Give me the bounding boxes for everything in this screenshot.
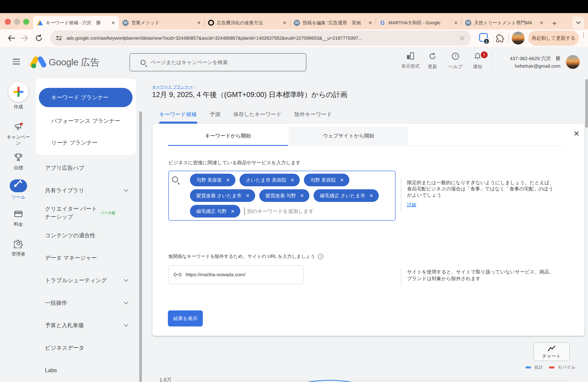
header-avatar[interactable] xyxy=(566,55,580,69)
address-bar[interactable]: ads.google.com/aw/keywordplanner/ideas/n… xyxy=(50,31,471,46)
chip-remove-icon[interactable]: ✕ xyxy=(246,193,250,198)
tab-close-icon[interactable]: ✕ xyxy=(197,20,201,25)
keyword-chip[interactable]: 与野 美容室✕ xyxy=(190,174,235,186)
browser-tab[interactable]: キーワード候補 - 穴沢 勝 ✕ xyxy=(33,16,119,29)
keywords-input[interactable]: 与野 美容室✕ さいたま市 美容院✕ 与野 美容院✕ 髪質改善 さいたま市✕ 髪… xyxy=(168,171,396,221)
chip-remove-icon[interactable]: ✕ xyxy=(290,177,294,183)
tab-close-icon[interactable]: ✕ xyxy=(454,20,458,25)
rail-item-tools[interactable]: ツール xyxy=(0,177,37,200)
tab-close-icon[interactable]: ✕ xyxy=(540,20,544,25)
keyword-chip[interactable]: 縮毛矯正 与野✕ xyxy=(190,205,240,217)
rail-item-campaigns[interactable]: キャンペーン xyxy=(0,121,37,146)
search-icon xyxy=(172,176,178,182)
show-results-button[interactable]: 結果を表示 xyxy=(168,310,203,326)
zoom-window-button[interactable] xyxy=(23,19,29,25)
chart-gridline xyxy=(176,380,569,381)
nav-item-label: Labs xyxy=(45,366,57,374)
keyword-chip[interactable]: 縮毛矯正 さいたま市✕ xyxy=(314,189,379,202)
browser-tab[interactable]: 広告費消化の改善方法 ✕ xyxy=(204,16,290,29)
nav-performance-planner[interactable]: パフォーマンス プランナー xyxy=(51,117,136,125)
nav-item[interactable]: 共有ライブラリ xyxy=(36,179,136,201)
keyword-chip[interactable]: 与野 美容院✕ xyxy=(304,174,349,186)
google-ads-wordmark: Google 広告 xyxy=(49,56,100,69)
browser-profile-avatar[interactable] xyxy=(512,32,525,44)
close-window-button[interactable] xyxy=(5,19,11,25)
refresh-button[interactable]: 更新 xyxy=(420,52,445,70)
browser-tab[interactable]: 営業メソッド ✕ xyxy=(119,16,204,29)
url-hint: サイトを使用すると、サイトで取り扱っていないサービス、商品、ブランドは対象から除… xyxy=(407,268,554,282)
keyword-chip[interactable]: 髪質改善 さいたま市✕ xyxy=(190,189,255,202)
chart-toggle-button[interactable]: チャート xyxy=(533,342,570,361)
rail-item-create[interactable]: 作成 xyxy=(0,82,37,110)
nav-item[interactable]: 予算と入札単価 xyxy=(36,314,136,336)
tab-close-icon[interactable]: ✕ xyxy=(283,20,286,25)
create-button[interactable] xyxy=(8,82,28,102)
nav-keyword-planner[interactable]: キーワード プランナー xyxy=(39,88,132,107)
tab-separator xyxy=(290,19,290,26)
new-tab-button[interactable]: + xyxy=(552,19,557,27)
nav-item[interactable]: トラブルシューティング xyxy=(36,269,136,291)
nav-item[interactable]: 一括操作 xyxy=(36,291,136,314)
relaunch-update-button[interactable]: 再起動して更新する xyxy=(528,31,579,46)
tab-search-chevron[interactable] xyxy=(572,17,584,29)
active-tab-indicator xyxy=(159,122,197,124)
panel-tab-keywords[interactable]: キーワードから開始 xyxy=(168,127,288,145)
nav-item[interactable]: アプリ広告ハブ xyxy=(36,156,136,179)
bookmark-star-icon[interactable]: ☆ xyxy=(459,34,465,42)
chip-remove-icon[interactable]: ✕ xyxy=(226,177,230,183)
main-tab[interactable]: 予測 xyxy=(210,111,220,118)
chip-remove-icon[interactable]: ✕ xyxy=(300,193,304,198)
extensions-icon[interactable] xyxy=(496,34,504,43)
nav-scrollbar[interactable] xyxy=(139,111,142,382)
back-icon[interactable] xyxy=(7,35,15,41)
rail-label: 目標 xyxy=(0,165,37,171)
main-tab[interactable]: キーワード候補 xyxy=(159,111,197,118)
detail-link[interactable]: 詳細 xyxy=(407,202,416,207)
chart-legend: 合計 モバイル xyxy=(525,364,576,370)
nav-item[interactable]: クリエイター パートナーシップ ベータ版 xyxy=(36,201,136,224)
header-search-box[interactable]: ページまたはキャンペーンを検索 xyxy=(129,53,306,71)
legend-mobile-dash xyxy=(549,366,554,368)
rail-item-goals[interactable]: 目標 xyxy=(0,152,37,171)
nav-item[interactable]: データ マネージャー xyxy=(36,247,136,269)
nav-item[interactable]: コンテンツの適合性 xyxy=(36,224,136,247)
keyword-chip[interactable]: さいたま市 美容院✕ xyxy=(240,174,300,186)
chip-remove-icon[interactable]: ✕ xyxy=(340,177,344,183)
rail-item-billing[interactable]: 料金 xyxy=(0,208,37,227)
help-circle-icon[interactable]: ? xyxy=(318,254,323,259)
main-scrollbar[interactable] xyxy=(585,79,588,128)
tab-close-icon[interactable]: ✕ xyxy=(368,20,372,25)
browser-tab[interactable]: 投稿を編集 “広告運用 実例 ✕ xyxy=(290,16,376,29)
breadcrumb-link[interactable]: キーワード プランナー xyxy=(152,85,193,89)
browser-tab[interactable]: MARTHA大和田 - Google ✕ xyxy=(376,16,462,29)
chart-line-icon xyxy=(547,345,556,352)
keyword-chip[interactable]: 髪質改善 与野✕ xyxy=(259,189,310,202)
account-info[interactable]: 437-382-6629 穴沢 勝 hehehair@gmail.com xyxy=(496,55,560,70)
add-keyword-placeholder[interactable]: 別のキーワードを追加します xyxy=(244,205,314,217)
browser-tab[interactable]: 天然トリートメント専門MA ✕ xyxy=(462,16,547,29)
main-tab[interactable]: 除外キーワード xyxy=(294,111,332,118)
nav-item[interactable]: Labs xyxy=(36,359,136,381)
forward-icon[interactable] xyxy=(21,35,28,41)
chip-label: 与野 美容室 xyxy=(196,177,222,183)
nav-item[interactable]: ビジネスデータ xyxy=(36,336,136,359)
hamburger-menu-icon[interactable] xyxy=(13,59,20,66)
rail-item-admin[interactable]: 管理者 xyxy=(0,238,37,257)
site-settings-icon[interactable] xyxy=(56,36,62,41)
close-icon[interactable]: × xyxy=(572,129,581,138)
tab-title: 天然トリートメント専門MA xyxy=(474,20,538,26)
tab-close-icon[interactable]: ✕ xyxy=(111,20,115,25)
nav-reach-planner[interactable]: リーチ プランナー xyxy=(51,139,136,146)
site-url-input[interactable]: https://martha-oowada.com/ xyxy=(168,265,304,284)
tab-title: MARTHA大和田 - Google xyxy=(388,20,453,26)
chip-remove-icon[interactable]: ✕ xyxy=(231,209,235,214)
main-tab[interactable]: 保存したキーワード xyxy=(233,111,282,118)
chip-remove-icon[interactable]: ✕ xyxy=(369,193,373,198)
view-mode-button[interactable]: 表示形式 xyxy=(398,52,423,69)
browser-menu-icon[interactable]: ⋮ xyxy=(581,34,587,37)
reload-icon[interactable] xyxy=(35,34,43,42)
help-button[interactable]: ? ヘルプ xyxy=(443,52,468,70)
nav-item-label: 予算と入札単価 xyxy=(45,321,84,329)
minimize-window-button[interactable] xyxy=(14,19,20,25)
panel-tab-website[interactable]: ウェブサイトから開始 xyxy=(289,127,408,145)
